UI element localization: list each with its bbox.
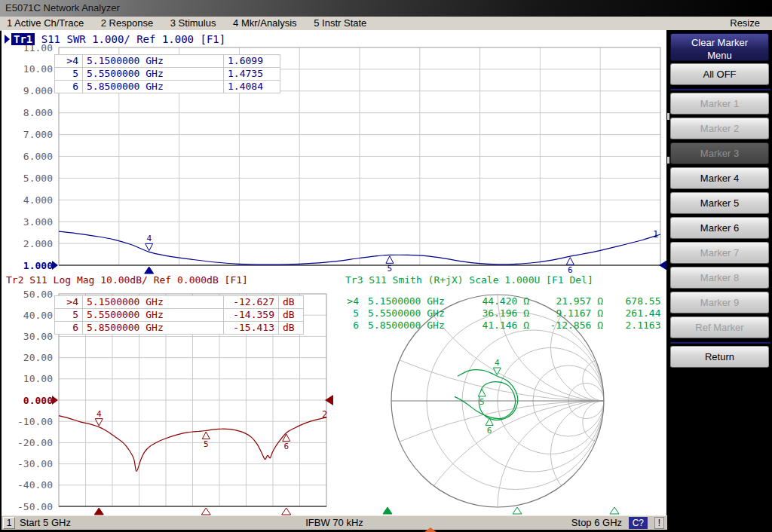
softkey-marker-8: Marker 8 [670,267,769,289]
tr3-marker-table: >45.1500000 GHz44.420 Ω21.957 Ω678.55 pH… [339,295,680,332]
softkey-ref-marker: Ref Marker [670,316,769,338]
softkey-sidebar: Clear Marker Menu All OFFMarker 1Marker … [666,30,772,517]
softkey-marker-7: Marker 7 [670,242,769,264]
splitter-tick [667,113,669,120]
svg-text:2.000: 2.000 [23,238,53,249]
svg-text:20.00: 20.00 [23,352,53,363]
svg-text:5: 5 [388,264,393,274]
status-bar: 1 Start 5 GHz IFBW 70 kHz Stop 6 GHz C? … [2,515,667,530]
alert-indicator: ! [654,517,664,529]
trace1-tag: Tr1 [11,33,35,45]
softkey-separator [670,88,770,90]
window-title-bar[interactable]: E5071C Network Analyzer [0,0,772,17]
svg-text:5: 5 [479,397,485,407]
softkey-list: All OFFMarker 1Marker 2Marker 3Marker 4M… [666,63,772,368]
menu-bar: 1 Active Ch/Trace 2 Response 3 Stimulus … [0,17,772,31]
svg-text:30.00: 30.00 [23,331,53,342]
svg-text:5.000: 5.000 [23,173,53,184]
svg-text:2: 2 [322,409,327,420]
splitter-tick [667,157,669,164]
tr1-marker-table: >45.1500000 GHz1.6099 55.5500000 GHz1.47… [54,54,280,93]
svg-text:-30.00: -30.00 [17,458,53,469]
table-row: 65.8500000 GHz-15.413dB [55,322,304,335]
table-row: 55.5500000 GHz1.4735 [55,68,280,81]
taskbar-notification-icon [424,527,437,532]
softkey-marker-5[interactable]: Marker 5 [670,192,769,214]
softkey-marker-4[interactable]: Marker 4 [670,167,769,189]
trace2-header[interactable]: Tr2 S11 Log Mag 10.00dB/ Ref 0.000dB [F1… [6,274,248,286]
softkey-marker-1: Marker 1 [670,93,769,115]
svg-text:40.00: 40.00 [23,310,53,321]
svg-text:6: 6 [283,442,289,451]
softkey-marker-3[interactable]: Marker 3 [670,142,769,164]
trace3-params: S11 Smith (R+jX) Scale 1.000U [F1 Del] [369,274,593,286]
svg-text:-50.00: -50.00 [17,501,53,512]
svg-text:50.00: 50.00 [23,289,53,300]
svg-text:5: 5 [204,439,209,449]
svg-text:6.000: 6.000 [23,151,53,162]
svg-text:6: 6 [487,426,492,436]
svg-text:-40.00: -40.00 [17,479,53,491]
svg-text:4: 4 [146,234,152,243]
menu-active-ch-trace[interactable]: 1 Active Ch/Trace [7,17,84,30]
softkey-separator [670,341,770,344]
softkey-marker-9: Marker 9 [670,292,769,313]
trace3-tag: Tr3 [345,274,363,286]
menu-resize[interactable]: Resize [730,17,760,30]
table-row: >45.1500000 GHz44.420 Ω21.957 Ω678.55 pH [339,295,680,307]
stop-frequency-label: Stop 6 GHz [571,516,622,529]
trace3-header[interactable]: Tr3 S11 Smith (R+jX) Scale 1.000U [F1 De… [345,274,593,286]
menu-stimulus[interactable]: 3 Stimulus [170,17,216,30]
table-row: >45.1500000 GHz-12.627dB [55,296,304,309]
svg-text:0.000: 0.000 [23,395,53,406]
active-trace-arrow-icon [5,35,10,44]
table-row: 65.8500000 GHz41.146 Ω-12.856 Ω2.1163 pF [339,320,680,332]
softkey-marker-6[interactable]: Marker 6 [670,217,769,239]
svg-text:4: 4 [495,358,500,368]
softkey-marker-2: Marker 2 [670,118,769,139]
svg-text:4.000: 4.000 [23,194,53,206]
trace2-params: S11 Log Mag 10.00dB/ Ref 0.000dB [F1] [29,274,248,286]
softkey-return[interactable]: Return [670,346,769,368]
svg-text:-10.00: -10.00 [17,416,53,427]
softkey-all-off[interactable]: All OFF [670,63,769,85]
svg-text:8.000: 8.000 [23,107,53,118]
svg-text:3.000: 3.000 [23,216,53,228]
svg-text:10.00: 10.00 [23,373,53,384]
svg-text:9.000: 9.000 [23,85,53,96]
svg-text:1.000: 1.000 [23,260,53,271]
trace1-header[interactable]: Tr1 S11 SWR 1.000/ Ref 1.000 [F1] [5,33,225,45]
window-title: E5071C Network Analyzer [5,2,120,14]
svg-text:1: 1 [653,229,658,240]
svg-text:7.000: 7.000 [23,129,53,140]
calibration-status-badge: C? [629,517,648,529]
table-row: 55.5500000 GHz-14.359dB [55,309,304,322]
menu-response[interactable]: 2 Response [101,17,153,30]
trace1-params: S11 SWR 1.000/ Ref 1.000 [F1] [41,33,225,45]
softkey-menu-title: Clear Marker Menu [670,33,769,61]
svg-text:-20.00: -20.00 [17,437,53,448]
tr2-marker-table: >45.1500000 GHz-12.627dB 55.5500000 GHz-… [54,295,304,335]
table-row: 65.8500000 GHz1.4084 [55,81,280,93]
trace2-tag: Tr2 [6,274,23,286]
svg-text:10.00: 10.00 [23,63,53,75]
svg-text:4: 4 [96,409,102,419]
ifbw-label: IFBW 70 kHz [2,516,667,529]
menu-instr-state[interactable]: 5 Instr State [314,17,366,30]
table-row: 55.5500000 GHz36.196 Ω9.1167 Ω261.44 pH [339,307,680,320]
menu-mkr-analysis[interactable]: 4 Mkr/Analysis [233,17,297,30]
table-row: >45.1500000 GHz1.6099 [55,55,280,68]
